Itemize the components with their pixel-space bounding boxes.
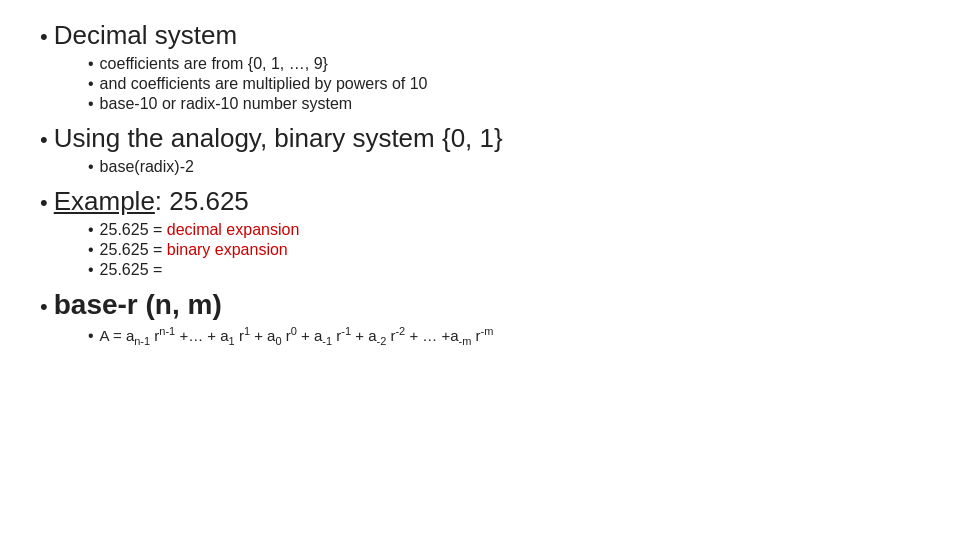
decimal-item-2: • and coefficients are multiplied by pow… [88, 75, 920, 93]
decimal-item-1: • coefficients are from {0, 1, …, 9} [88, 55, 920, 73]
section-binary: • Using the analogy, binary system {0, 1… [40, 123, 920, 176]
decimal-item-3: • base-10 or radix-10 number system [88, 95, 920, 113]
section-example: • Example: 25.625 • 25.625 = decimal exp… [40, 186, 920, 279]
example-item-1: • 25.625 = decimal expansion [88, 221, 920, 239]
section-base-r: • base-r (n, m) • A = an-1 rn-1 +… + a1 … [40, 289, 920, 347]
base-r-formula: • A = an-1 rn-1 +… + a1 r1 + a0 r0 + a-1… [88, 325, 920, 347]
section-example-heading: • Example: 25.625 [40, 186, 920, 217]
section-binary-heading: • Using the analogy, binary system {0, 1… [40, 123, 920, 154]
section-decimal: • Decimal system • coefficients are from… [40, 20, 920, 113]
example-item-3: • 25.625 = [88, 261, 920, 279]
section-base-r-heading: • base-r (n, m) [40, 289, 920, 321]
section-decimal-heading: • Decimal system [40, 20, 920, 51]
slide: • Decimal system • coefficients are from… [40, 20, 920, 520]
example-item-2: • 25.625 = binary expansion [88, 241, 920, 259]
binary-item-1: • base(radix)-2 [88, 158, 920, 176]
